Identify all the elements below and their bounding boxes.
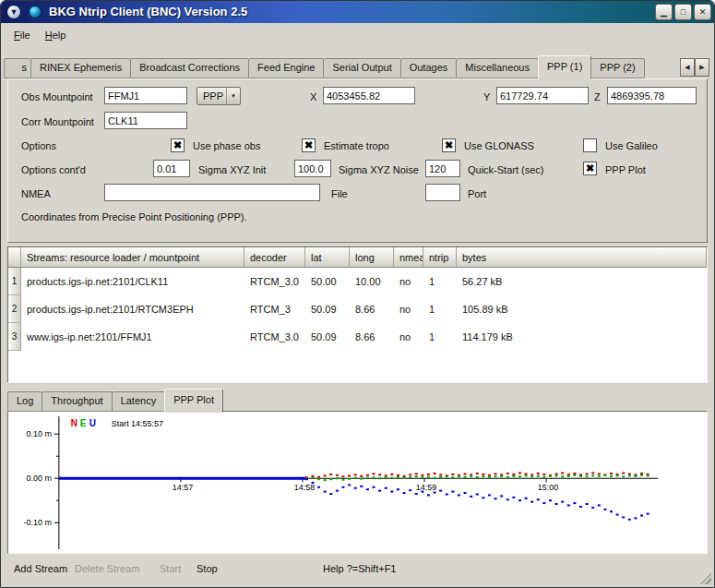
menu-file[interactable]: File [6, 27, 38, 43]
quick-start-input[interactable] [425, 160, 460, 177]
window-menu-button[interactable]: ▼ [6, 5, 21, 19]
start-button[interactable]: Start [156, 561, 185, 576]
sigma-xyz-init-input[interactable] [153, 160, 190, 177]
cell-lat: 50.09 [305, 295, 350, 323]
tab-scroll-buttons: ◀ ▶ [680, 58, 709, 77]
window-controls: ▁ □ ✕ [655, 4, 711, 20]
app-icon [29, 6, 42, 18]
z-label: Z [594, 91, 601, 102]
menu-help[interactable]: Help [38, 27, 74, 43]
tab-clipped[interactable]: s [4, 58, 31, 78]
port-label: Port [468, 188, 486, 199]
tab-outages[interactable]: Outages [400, 58, 458, 78]
nmea-port-input[interactable] [425, 184, 460, 201]
options-contd-label: Options cont'd [21, 164, 86, 175]
estimate-tropo-label: Estimate tropo [324, 140, 389, 151]
svg-text:14:58: 14:58 [294, 483, 315, 492]
row-number: 3 [8, 323, 21, 351]
x-coordinate-input[interactable] [323, 87, 415, 104]
options-label: Options [21, 140, 56, 151]
col-header-mountpoint: Streams: resource loader / mountpoint [21, 247, 244, 268]
sigma-xyz-noise-label: Sigma XYZ Noise [339, 164, 419, 175]
svg-text:14:57: 14:57 [173, 483, 193, 492]
tab-ppp-plot[interactable]: PPP Plot [164, 389, 223, 413]
tab-ppp-1[interactable]: PPP (1) [538, 55, 591, 79]
tab-feed-engine[interactable]: Feed Engine [248, 58, 324, 78]
cell-long: 10.00 [350, 268, 394, 295]
estimate-tropo-checkbox[interactable] [302, 138, 316, 152]
row-number: 1 [8, 268, 21, 295]
maximize-button[interactable]: □ [674, 4, 692, 20]
svg-text:E: E [80, 418, 87, 428]
use-phase-obs-checkbox[interactable] [171, 138, 185, 152]
use-glonass-checkbox[interactable] [442, 138, 456, 152]
tab-rinex-ephemeris[interactable]: RINEX Ephemeris [30, 58, 131, 78]
tab-miscellaneous[interactable]: Miscellaneous [456, 58, 539, 78]
help-hint: Help ?=Shift+F1 [319, 561, 400, 576]
corr-mountpoint-label: Corr Mountpoint [21, 116, 94, 127]
tab-scroll-left-button[interactable]: ◀ [680, 58, 695, 77]
tab-scroll-right-button[interactable]: ▶ [695, 58, 709, 77]
table-row[interactable]: 3 www.igs-ip.net:2101/FFMJ1 RTCM_3.0 50.… [8, 323, 707, 351]
ppp-plot-checkbox[interactable] [583, 162, 597, 175]
obs-mountpoint-label: Obs Mountpoint [21, 91, 93, 102]
output-tabs: Log Throughput Latency PPP Plot [7, 391, 222, 412]
svg-text:U: U [89, 418, 96, 428]
minimize-icon: ▁ [661, 8, 667, 17]
ppp-plot-label: PPP Plot [605, 164, 646, 175]
use-galileo-checkbox[interactable] [583, 138, 597, 152]
cell-nmea: no [394, 323, 423, 351]
cell-decoder: RTCM_3.0 [244, 323, 305, 351]
close-button[interactable]: ✕ [694, 4, 711, 20]
y-label: Y [483, 91, 490, 102]
sigma-xyz-noise-input[interactable] [294, 160, 331, 177]
cell-bytes: 114.179 kB [457, 323, 707, 351]
svg-text:0.10 m: 0.10 m [26, 429, 51, 438]
pane-hint: Coordinates from Precise Point Positioni… [21, 211, 247, 222]
table-row[interactable]: 1 products.igs-ip.net:2101/CLK11 RTCM_3.… [8, 268, 707, 295]
cell-ntrip: 1 [423, 268, 457, 295]
streams-table: Streams: resource loader / mountpoint de… [7, 246, 708, 383]
corr-mountpoint-input[interactable] [104, 112, 187, 129]
tab-latency[interactable]: Latency [112, 391, 166, 412]
cell-nmea: no [394, 295, 423, 323]
y-coordinate-input[interactable] [496, 87, 589, 104]
cell-mountpoint: www.igs-ip.net:2101/FFMJ1 [21, 323, 244, 351]
nmea-file-input[interactable] [104, 184, 320, 201]
minimize-button[interactable]: ▁ [655, 4, 673, 20]
add-stream-button[interactable]: Add Stream [10, 561, 71, 576]
cell-ntrip: 1 [423, 295, 457, 323]
stop-button[interactable]: Stop [193, 561, 221, 576]
chevron-down-icon: ▼ [10, 8, 18, 17]
sigma-xyz-init-label: Sigma XYZ Init [198, 164, 266, 175]
cell-bytes: 56.27 kB [457, 268, 707, 295]
use-glonass-label: Use GLONASS [464, 140, 534, 151]
tab-serial-output[interactable]: Serial Output [323, 58, 400, 78]
svg-text:0.00 m: 0.00 m [26, 474, 51, 483]
col-header-ntrip: ntrip [423, 247, 457, 268]
ppp-pane: Obs Mountpoint PPP ▼ X Y Z Corr Mountpoi… [7, 78, 708, 243]
table-row[interactable]: 2 products.igs-ip.net:2101/RTCM3EPH RTCM… [8, 295, 707, 323]
chevron-right-icon: ▶ [699, 64, 704, 71]
cell-decoder: RTCM_3.0 [244, 268, 305, 295]
col-header-bytes: bytes [457, 247, 707, 268]
nmea-label: NMEA [21, 188, 51, 199]
window-title: BKG Ntrip Client (BNC) Version 2.5 [49, 5, 247, 18]
tab-log[interactable]: Log [7, 391, 42, 412]
cell-mountpoint: products.igs-ip.net:2101/CLK11 [21, 268, 244, 295]
delete-stream-button[interactable]: Delete Stream [71, 561, 143, 576]
tab-broadcast-corrections[interactable]: Broadcast Corrections [130, 58, 249, 78]
ppp-plot-panel: 0.10 m0.00 m-0.10 m14:5714:5814:5915:00N… [7, 411, 708, 554]
titlebar: ▼ BKG Ntrip Client (BNC) Version 2.5 ▁ □… [1, 1, 714, 23]
ppp-mode-select[interactable]: PPP ▼ [197, 87, 241, 105]
resize-grip-icon[interactable] [699, 572, 711, 584]
ppp-plot-svg: 0.10 m0.00 m-0.10 m14:5714:5814:5915:00N… [8, 412, 707, 553]
tab-throughput[interactable]: Throughput [42, 391, 112, 412]
row-number: 2 [8, 295, 21, 323]
tab-ppp-2[interactable]: PPP (2) [590, 58, 644, 78]
config-tabs: s RINEX Ephemeris Broadcast Corrections … [4, 56, 714, 78]
obs-mountpoint-input[interactable] [104, 87, 187, 104]
z-coordinate-input[interactable] [607, 87, 697, 104]
maximize-icon: □ [681, 8, 685, 17]
close-icon: ✕ [699, 8, 707, 17]
